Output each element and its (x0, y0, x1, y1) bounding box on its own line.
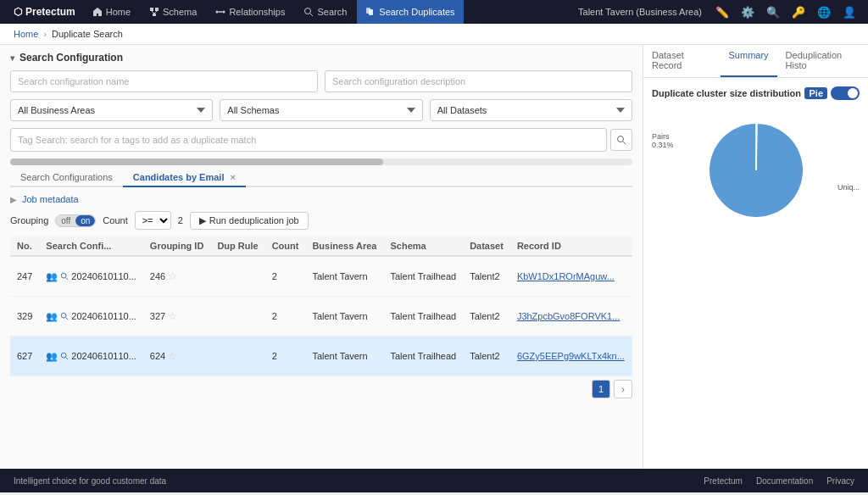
pie-toggle[interactable]: Pie (804, 86, 860, 100)
col-search-config: Search Confi... (39, 236, 142, 256)
cell-schema: Talent Trailhead (383, 297, 463, 336)
config-name-row (10, 70, 632, 92)
cell-record-id: KbW1Dx1ROrMAguw... (510, 256, 632, 297)
cell-dataset: Talent2 (463, 256, 510, 297)
run-dedup-button[interactable]: ▶ Run deduplication job (190, 212, 309, 230)
svg-line-13 (623, 142, 626, 144)
job-metadata-row[interactable]: ▶ Job metadata (10, 194, 632, 204)
tab-candidates-by-email[interactable]: Candidates by Email × (123, 169, 246, 187)
brand-icon: ⬡ (14, 6, 22, 18)
tab-dedup-history[interactable]: Deduplication Histo (777, 45, 868, 77)
next-page-button[interactable]: › (614, 380, 632, 398)
tab-search-configurations[interactable]: Search Configurations (10, 169, 123, 187)
col-schema: Schema (383, 236, 463, 256)
cell-email: Emaalunrll (632, 297, 632, 336)
user-search-icon[interactable]: 🔍 (761, 6, 785, 19)
nav-home[interactable]: Home (84, 0, 139, 24)
record-id-link[interactable]: J3hZpcbGvo8FORVK1... (517, 311, 620, 321)
table-header-row: No. Search Confi... Grouping ID Dup Rule… (10, 236, 632, 256)
row-search-icon (60, 272, 69, 281)
relationships-icon (215, 7, 225, 17)
footer-link-documentation[interactable]: Documentation (756, 476, 813, 486)
footer-link-privacy[interactable]: Privacy (826, 476, 854, 486)
pagination: 1 › (10, 376, 632, 402)
pie-uniq-label: Uniq... (837, 183, 860, 192)
table-row[interactable]: 247 👥 20240610110... 246 ☆ 2 Talent Tave… (10, 256, 632, 297)
cell-search-config: 👥 20240610110... (39, 256, 142, 297)
row-search-icon (60, 352, 69, 360)
star-icon[interactable]: ☆ (168, 350, 177, 362)
home-icon (92, 7, 103, 17)
edit-icon[interactable]: ✏️ (710, 6, 734, 19)
nav-search-duplicates-label: Search Duplicates (379, 7, 454, 17)
footer-links: Pretectum Documentation Privacy (704, 476, 854, 486)
cell-no: 329 (10, 297, 39, 336)
count-operator-select[interactable]: >= (135, 211, 171, 230)
count-value: 2 (178, 215, 183, 225)
record-id-link[interactable]: 6GZy5EEPg9wKLTx4kn... (517, 351, 625, 361)
job-meta-label: Job metadata (22, 194, 79, 204)
config-desc-input[interactable] (325, 70, 632, 92)
key-icon[interactable]: 🔑 (787, 6, 810, 19)
config-name-input[interactable] (10, 70, 318, 92)
cell-business-area: Talent Tavern (305, 336, 383, 376)
globe-icon[interactable]: 🌐 (812, 6, 836, 19)
tab-close-icon[interactable]: × (231, 172, 236, 182)
cell-grouping-id: 246 ☆ (143, 256, 211, 297)
nav-relationships[interactable]: Relationships (207, 0, 293, 24)
page-1-button[interactable]: 1 (592, 380, 610, 398)
settings-icon[interactable]: ⚙️ (736, 6, 760, 19)
tab-dataset-record-label: Dataset Record (652, 50, 684, 70)
cell-grouping-id: 327 ☆ (143, 297, 211, 336)
pie-chart-svg (693, 107, 820, 234)
tag-search-button[interactable] (610, 129, 632, 151)
pie-toggle-switch[interactable] (831, 86, 860, 100)
nav-search-duplicates[interactable]: Search Duplicates (357, 0, 463, 24)
brand-name: Pretectum (25, 6, 75, 18)
table-row[interactable]: 329 👥 20240610110... 327 ☆ 2 Talent Tave… (10, 297, 632, 336)
nav-schema-label: Schema (163, 7, 197, 17)
nav-home-label: Home (106, 7, 131, 17)
nav-search[interactable]: Search (295, 0, 355, 24)
col-dup-rule: Dup Rule (210, 236, 264, 256)
run-btn-label: Run deduplication job (209, 215, 299, 225)
search-config-label: Search Configuration (19, 52, 123, 64)
svg-line-9 (310, 14, 313, 16)
h-scrollbar[interactable] (10, 159, 632, 165)
dataset-select[interactable]: All Datasets (430, 99, 632, 121)
data-table: No. Search Confi... Grouping ID Dup Rule… (10, 236, 632, 376)
search-config-header[interactable]: ▾ Search Configuration (10, 52, 632, 64)
business-area-select[interactable]: All Business Areas (10, 99, 213, 121)
tab-dataset-record[interactable]: Dataset Record (643, 45, 721, 77)
svg-point-14 (62, 273, 67, 278)
footer-link-pretectum[interactable]: Pretectum (704, 476, 743, 486)
cell-search-config: 👥 20240610110... (39, 336, 142, 376)
cell-business-area: Talent Tavern (305, 256, 383, 297)
brand-logo: ⬡ Pretectum (7, 6, 82, 18)
biz-area-name: Talent Tavern (578, 7, 633, 17)
tab-summary[interactable]: Summary (721, 45, 777, 77)
svg-rect-1 (155, 8, 159, 11)
cell-dataset: Talent2 (463, 297, 510, 336)
nav-schema[interactable]: Schema (141, 0, 205, 24)
grouping-label: Grouping (10, 215, 48, 225)
tag-search-input[interactable] (10, 128, 607, 152)
cell-record-id: J3hZpcbGvo8FORVK1... (510, 297, 632, 336)
top-navigation: ⬡ Pretectum Home Schema Relationships Se… (0, 0, 868, 24)
star-icon[interactable]: ☆ (168, 270, 177, 282)
right-tabs: Dataset Record Summary Deduplication His… (643, 45, 868, 78)
tab-bar: Search Configurations Candidates by Emai… (10, 169, 632, 187)
schema-select[interactable]: All Schemas (220, 99, 422, 121)
table-row[interactable]: 627 👥 20240610110... 624 ☆ 2 Talent Tave… (10, 336, 632, 376)
cell-no: 627 (10, 336, 39, 376)
business-area-indicator: Talent Tavern (Business Area) (578, 7, 702, 17)
cell-search-config: 👥 20240610110... (39, 297, 142, 336)
svg-point-5 (216, 11, 219, 14)
breadcrumb-home[interactable]: Home (14, 29, 38, 39)
cell-email: Emadcwheri (632, 256, 632, 297)
star-icon[interactable]: ☆ (168, 310, 177, 322)
grouping-toggle[interactable]: off on (55, 214, 96, 227)
svg-point-16 (62, 313, 67, 318)
record-id-link[interactable]: KbW1Dx1ROrMAguw... (517, 271, 615, 281)
user-icon[interactable]: 👤 (837, 6, 861, 19)
